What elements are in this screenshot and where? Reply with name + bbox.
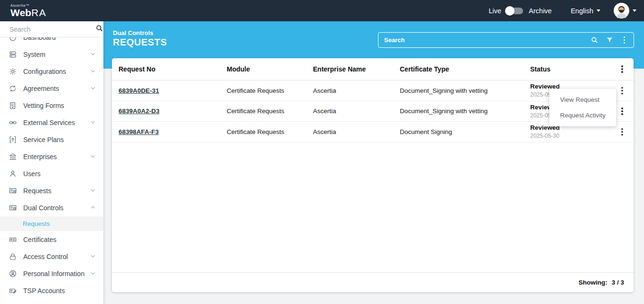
cell-module: Certificate Requests: [227, 107, 313, 115]
row-actions-kebab-icon[interactable]: [618, 106, 626, 117]
sidebar-item-vetting-forms[interactable]: Vetting Forms: [0, 97, 103, 114]
request-link[interactable]: 6839A0A2-D3: [119, 107, 159, 115]
column-header-module: Module: [227, 65, 313, 73]
search-icon[interactable]: [590, 36, 598, 44]
chevron-down-icon: [90, 119, 96, 126]
cell-certificate-type: Document Signing: [400, 128, 530, 135]
sidebar-item-requests[interactable]: Requests: [0, 182, 103, 199]
live-label: Live: [488, 7, 501, 15]
sidebar-subitem-requests-active[interactable]: Requests: [0, 216, 103, 231]
page-title: REQUESTS: [113, 37, 167, 48]
cell-module: Certificate Requests: [227, 128, 313, 135]
chevron-down-icon: [633, 9, 636, 12]
search-icon[interactable]: [95, 24, 103, 34]
brand-name: WebRA: [10, 7, 46, 18]
table-options-kebab-icon[interactable]: [618, 63, 626, 75]
avatar: [614, 3, 629, 18]
showing-label: Showing:: [579, 279, 607, 286]
chevron-down-icon: [90, 253, 96, 260]
chevron-down-icon: [597, 9, 600, 12]
archive-label: Archive: [529, 7, 552, 15]
chevron-down-icon: [90, 270, 96, 277]
sidebar-item-enterprises[interactable]: Enterprises: [0, 148, 103, 165]
cell-certificate-type: Document_Signing with vetting: [400, 107, 530, 115]
context-menu-item-view-request[interactable]: View Request: [550, 92, 616, 107]
chevron-down-icon: [90, 68, 96, 75]
cell-enterprise: Ascertia: [313, 107, 400, 115]
row-actions-kebab-icon[interactable]: [618, 126, 626, 138]
bank-icon: [9, 152, 17, 161]
language-dropdown[interactable]: English: [570, 7, 600, 15]
brand-pretitle: Ascertia™: [10, 4, 46, 8]
request-link[interactable]: 68398AFA-F3: [119, 128, 159, 135]
cell-enterprise: Ascertia: [313, 128, 400, 135]
certificate-card-icon: [9, 235, 17, 244]
document-check-icon: [9, 101, 17, 110]
top-navbar: Ascertia™ WebRA Live Archive English: [0, 0, 644, 21]
sidebar-item-personal-information[interactable]: Personal Information: [0, 265, 103, 282]
context-menu-item-request-activity[interactable]: Request Activity: [550, 107, 616, 123]
sidebar-item-service-plans[interactable]: Service Plans: [0, 131, 103, 148]
request-link[interactable]: 6839A0DE-31: [119, 87, 159, 94]
column-header-status: Status: [530, 65, 618, 73]
column-header-certificate-type: Certificate Type: [400, 65, 530, 73]
dual-controls-card-icon: [9, 204, 17, 212]
live-archive-toggle[interactable]: [506, 8, 523, 14]
request-card-icon: [9, 187, 17, 195]
chevron-down-icon: [90, 85, 96, 92]
breadcrumb: Dual Controls: [113, 29, 153, 36]
sidebar-search: [0, 21, 103, 37]
link-icon: [9, 118, 17, 127]
status-date: 2025-05-30: [530, 133, 618, 139]
sidebar-item-certificates[interactable]: Certificates: [0, 231, 103, 248]
table-footer: Showing: 3 / 3: [112, 272, 634, 292]
sidebar-item-dual-controls[interactable]: Dual Controls: [0, 199, 103, 216]
user-icon: [9, 170, 17, 178]
sidebar-item-agreements[interactable]: Agreements: [0, 80, 103, 97]
cell-certificate-type: Document_Signing with vetting: [400, 87, 530, 94]
row-actions-kebab-icon[interactable]: [618, 85, 626, 97]
row-context-menu: View Request Request Activity: [549, 89, 616, 126]
navbar-right: Live Archive English: [488, 3, 644, 18]
brand-logo[interactable]: Ascertia™ WebRA: [10, 4, 46, 18]
sidebar: Dashboard System Configurations Agreemen…: [0, 21, 103, 304]
search-options-kebab-icon[interactable]: [621, 35, 628, 46]
filter-icon[interactable]: [606, 36, 613, 44]
chevron-down-icon: [90, 153, 96, 161]
showing-value: 3 / 3: [612, 279, 624, 286]
table-header-row: Request No Module Enterprise Name Certif…: [112, 58, 634, 80]
chevron-down-icon: [90, 51, 96, 58]
table-search-input[interactable]: [384, 36, 590, 44]
sidebar-item-dashboard[interactable]: Dashboard: [0, 37, 103, 46]
main-content: Dual Controls REQUESTS Request No Module…: [103, 21, 644, 304]
cell-module: Certificate Requests: [227, 87, 313, 94]
lock-icon: [9, 252, 17, 261]
table-search-bar: [378, 32, 634, 48]
upload-box-icon: [9, 135, 17, 144]
sidebar-item-system[interactable]: System: [0, 46, 103, 63]
chevron-up-icon: [90, 204, 96, 212]
table-empty-space: [112, 143, 634, 273]
sidebar-item-access-control[interactable]: Access Control: [0, 248, 103, 265]
column-header-request-no: Request No: [119, 65, 227, 73]
user-menu[interactable]: [614, 3, 636, 18]
card-pen-icon: [9, 286, 17, 295]
cell-enterprise: Ascertia: [313, 87, 400, 94]
language-label: English: [570, 7, 593, 15]
sidebar-item-users[interactable]: Users: [0, 165, 103, 182]
search-bar-icons: [590, 35, 628, 46]
server-icon: [9, 50, 17, 59]
sidebar-menu: Dashboard System Configurations Agreemen…: [0, 37, 103, 304]
toggle-knob: [505, 6, 515, 16]
column-header-enterprise-name: Enterprise Name: [313, 65, 400, 73]
gear-icon: [9, 67, 17, 76]
sidebar-item-configurations[interactable]: Configurations: [0, 63, 103, 80]
sidebar-item-tsp-accounts[interactable]: TSP Accounts: [0, 282, 103, 299]
sidebar-item-external-services[interactable]: External Services: [0, 114, 103, 131]
dashboard-icon: [9, 37, 17, 42]
chevron-down-icon: [90, 187, 96, 195]
sidebar-search-input[interactable]: [9, 26, 95, 33]
handshake-icon: [9, 84, 17, 93]
person-circle-icon: [9, 269, 17, 278]
